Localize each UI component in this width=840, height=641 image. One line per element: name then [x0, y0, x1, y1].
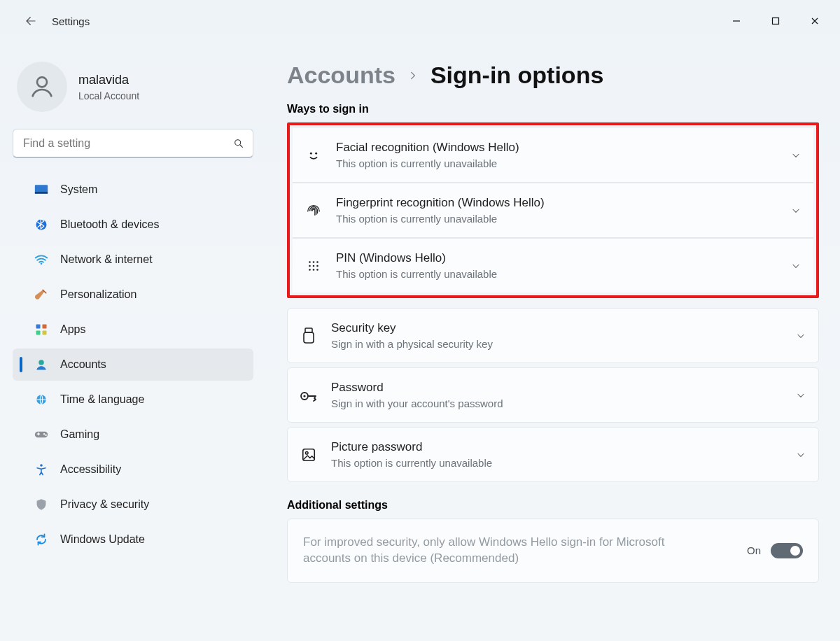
- nav-item-accessibility[interactable]: Accessibility: [13, 453, 253, 486]
- pin-icon: [304, 258, 323, 274]
- option-title: Fingerprint recognition (Windows Hello): [336, 196, 545, 210]
- svg-point-24: [316, 265, 318, 267]
- option-subtitle: Sign in with a physical security key: [331, 338, 493, 350]
- nav-item-bluetooth-devices[interactable]: Bluetooth & devices: [13, 209, 253, 241]
- option-security-key[interactable]: Security key Sign in with a physical sec…: [287, 308, 819, 363]
- svg-point-21: [316, 261, 318, 263]
- search-icon: [233, 138, 244, 149]
- svg-point-20: [313, 261, 315, 263]
- chevron-down-icon: [796, 331, 806, 341]
- chevron-down-icon: [796, 390, 806, 400]
- option-title: Picture password: [331, 440, 492, 454]
- user-icon: [28, 73, 56, 101]
- picture-icon: [299, 447, 318, 463]
- svg-point-11: [38, 360, 44, 365]
- option-title: Security key: [331, 321, 493, 335]
- option-subtitle: This option is currently unavailable: [331, 457, 492, 469]
- nav-item-windows-update[interactable]: Windows Update: [13, 523, 253, 556]
- svg-rect-8: [43, 325, 47, 329]
- globe-icon: [34, 393, 49, 406]
- nav-item-label: Apps: [60, 323, 245, 336]
- svg-rect-3: [35, 185, 48, 193]
- option-title: Password: [331, 381, 503, 395]
- nav-item-apps[interactable]: Apps: [13, 314, 253, 346]
- search-input[interactable]: [23, 137, 233, 150]
- nav-item-label: Network & internet: [60, 253, 245, 266]
- nav-item-time-language[interactable]: Time & language: [13, 383, 253, 416]
- option-title: Facial recognition (Windows Hello): [336, 141, 519, 155]
- password-icon: [299, 388, 318, 403]
- close-icon: [811, 17, 819, 25]
- close-button[interactable]: [795, 7, 834, 35]
- option-facial-recognition[interactable]: Facial recognition (Windows Hello) This …: [293, 128, 813, 183]
- nav-item-label: Bluetooth & devices: [60, 218, 245, 231]
- section-title-ways: Ways to sign in: [287, 103, 819, 115]
- chevron-down-icon: [796, 450, 806, 460]
- option-subtitle: This option is currently unavailable: [336, 268, 497, 280]
- avatar: [17, 62, 67, 112]
- nav-item-system[interactable]: System: [13, 174, 253, 206]
- svg-point-31: [303, 395, 305, 397]
- svg-point-16: [40, 464, 43, 467]
- nav-item-label: Accounts: [60, 358, 245, 371]
- profile-name: malavida: [78, 73, 139, 87]
- svg-point-15: [46, 435, 47, 436]
- profile-text: malavida Local Account: [78, 73, 139, 101]
- back-button[interactable]: [20, 10, 42, 32]
- accessibility-icon: [34, 463, 49, 476]
- nav-item-privacy-security[interactable]: Privacy & security: [13, 488, 253, 521]
- option-password[interactable]: Password Sign in with your account's pas…: [287, 367, 819, 423]
- search-box[interactable]: [13, 129, 253, 158]
- option-picture-password[interactable]: Picture password This option is currentl…: [287, 427, 819, 482]
- section-title-additional: Additional settings: [287, 499, 819, 512]
- hello-only-toggle[interactable]: [771, 543, 803, 558]
- window-controls: [717, 7, 834, 35]
- breadcrumb: Accounts Sign-in options: [287, 62, 819, 89]
- chevron-down-icon: [791, 206, 801, 216]
- additional-description: For improved security, only allow Window…: [303, 535, 681, 567]
- svg-point-6: [41, 263, 43, 265]
- security-key-icon: [299, 327, 318, 344]
- toggle-knob: [790, 546, 800, 556]
- wifi-icon: [34, 254, 49, 265]
- monitor-icon: [34, 184, 49, 195]
- svg-point-17: [310, 152, 312, 154]
- nav-item-gaming[interactable]: Gaming: [13, 418, 253, 451]
- profile-card[interactable]: malavida Local Account: [13, 53, 253, 125]
- option-subtitle: This option is currently unavailable: [336, 157, 519, 169]
- chevron-down-icon: [791, 150, 801, 160]
- nav-item-label: Personalization: [60, 288, 245, 301]
- additional-hello-only: For improved security, only allow Window…: [287, 519, 819, 583]
- option-pin[interactable]: PIN (Windows Hello) This option is curre…: [293, 238, 813, 293]
- main-content: Accounts Sign-in options Ways to sign in…: [266, 41, 840, 641]
- nav-item-label: Privacy & security: [60, 498, 245, 511]
- profile-type: Local Account: [78, 90, 139, 101]
- minimize-button[interactable]: [717, 7, 756, 35]
- nav-list: System Bluetooth & devices Network & int…: [13, 174, 253, 556]
- nav-item-label: System: [60, 183, 245, 196]
- nav-item-label: Accessibility: [60, 463, 245, 476]
- svg-rect-0: [773, 18, 779, 24]
- svg-rect-28: [305, 328, 312, 332]
- user-color-icon: [34, 358, 49, 371]
- breadcrumb-parent[interactable]: Accounts: [287, 62, 396, 89]
- maximize-button[interactable]: [756, 7, 795, 35]
- nav-item-label: Windows Update: [60, 533, 245, 546]
- nav-item-personalization[interactable]: Personalization: [13, 279, 253, 311]
- svg-point-27: [316, 269, 318, 271]
- option-subtitle: Sign in with your account's password: [331, 397, 503, 409]
- brush-icon: [34, 288, 49, 301]
- option-fingerprint-recognition[interactable]: Fingerprint recognition (Windows Hello) …: [293, 183, 813, 238]
- svg-point-22: [309, 265, 311, 267]
- nav-item-network[interactable]: Network & internet: [13, 244, 253, 276]
- svg-rect-9: [36, 331, 41, 335]
- chevron-down-icon: [791, 261, 801, 271]
- svg-point-26: [313, 269, 315, 271]
- svg-point-19: [309, 261, 311, 263]
- nav-item-accounts[interactable]: Accounts: [13, 348, 253, 381]
- shield-icon: [34, 498, 49, 511]
- update-icon: [34, 533, 49, 546]
- arrow-left-icon: [24, 15, 37, 27]
- titlebar: Settings: [0, 0, 840, 41]
- chevron-right-icon: [408, 71, 418, 80]
